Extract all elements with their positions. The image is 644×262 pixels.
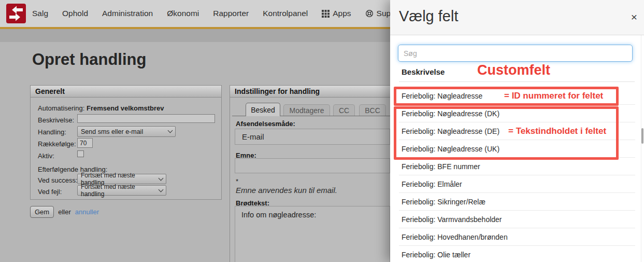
nav-item-label: Apps [333, 9, 351, 18]
or-text: eller [58, 208, 71, 216]
scrollbar-track [641, 35, 641, 262]
on-success-label: Ved success: [38, 176, 78, 184]
apps-grid-icon [322, 10, 330, 18]
support-lifebuoy-icon [365, 9, 374, 18]
list-header-divider [399, 81, 635, 82]
subject-input[interactable] [235, 158, 390, 173]
body-textarea[interactable]: Info om nøgleadresse: [235, 206, 390, 262]
automation-row: Automatisering: Fremsend velkomstbrev [38, 104, 164, 112]
save-button[interactable]: Gem [30, 206, 54, 218]
nav-item-ophold[interactable]: Ophold [62, 9, 88, 18]
tab-modtagere[interactable]: Modtagere [283, 104, 330, 116]
order-label: Rækkefølge: [38, 140, 76, 148]
tab-besked[interactable]: Besked [246, 103, 280, 116]
list-item[interactable]: Feriebolig: Olie tæller [399, 246, 635, 262]
tab-bcc[interactable]: BCC [359, 104, 386, 116]
select-field-drawer: Vælg felt × Beskrivelse Feriebolig: Nøgl… [390, 0, 644, 262]
general-fieldset: Generelt Automatisering: Fremsend velkom… [30, 85, 222, 200]
save-row: Gem eller annuller [30, 206, 99, 218]
chevron-down-icon [159, 187, 164, 192]
on-fail-label: Ved fejl: [38, 188, 62, 196]
nav-menu: Salg Ophold Administration Økonomi Rappo… [32, 0, 405, 27]
action-select-value: Send sms eller e-mail [81, 128, 143, 135]
chevron-down-icon [159, 175, 164, 181]
list-item[interactable]: Feriebolig: Nøgleadresse (DE) [399, 122, 635, 140]
action-select[interactable]: Send sms eller e-mail [77, 126, 176, 137]
list-item[interactable]: Feriebolig: Varmvandsbeholder [399, 211, 635, 228]
list-item[interactable]: Feriebolig: Nøgleadresse [399, 87, 635, 105]
description-input[interactable] [77, 114, 215, 123]
app-root: Salg Ophold Administration Økonomi Rappo… [0, 0, 644, 262]
annotation-customfelt: Customfelt [477, 62, 550, 78]
automation-value: Fremsend velkomstbrev [87, 104, 164, 112]
list-column-header: Beskrivelse [402, 67, 445, 76]
subject-note: Emne anvendes kun til email. [236, 186, 337, 195]
nav-item-okonomi[interactable]: Økonomi [167, 9, 199, 18]
send-method-label: Afsendelsesmåde: [236, 120, 295, 128]
tab-cc[interactable]: CC [333, 104, 355, 116]
nav-item-salg[interactable]: Salg [32, 9, 48, 18]
active-label: Aktiv: [38, 152, 54, 160]
list-item[interactable]: Feriebolig: Hovedhanen/brønden [399, 228, 635, 246]
close-icon[interactable]: × [631, 11, 637, 22]
order-input[interactable] [77, 138, 93, 148]
scrollbar-thumb[interactable] [641, 128, 643, 144]
general-fieldset-legend: Generelt [31, 86, 221, 98]
automation-label: Automatisering: [38, 104, 84, 112]
brand-logo-icon[interactable] [6, 4, 26, 23]
nav-item-apps[interactable]: Apps [322, 9, 351, 18]
action-label: Handling: [38, 128, 66, 136]
list-item[interactable]: Feriebolig: Nøgleadresse (UK) [399, 140, 635, 158]
chevron-down-icon [168, 128, 173, 133]
on-fail-select-value: Fortsæt med næste handling [81, 183, 159, 198]
page-title: Opret handling [32, 50, 146, 69]
on-success-select[interactable]: Fortsæt med næste handling [77, 174, 166, 184]
list-item[interactable]: Feriebolig: BFE nummer [399, 158, 635, 175]
nav-item-kontrolpanel[interactable]: Kontrolpanel [263, 9, 308, 18]
field-search-input[interactable] [398, 45, 633, 62]
description-label: Beskrivelse: [38, 116, 74, 124]
cancel-link[interactable]: annuller [75, 208, 99, 216]
active-checkbox[interactable] [77, 150, 84, 157]
list-item[interactable]: Feriebolig: Nøgleadresse (DK) [399, 105, 635, 122]
drawer-header: Vælg felt × [390, 0, 644, 35]
send-method-value: E-mail [242, 132, 264, 141]
drawer-title: Vælg felt [399, 8, 458, 25]
list-item[interactable]: Feriebolig: Elmåler [399, 175, 635, 193]
field-list: Feriebolig: Nøgleadresse Feriebolig: Nøg… [399, 87, 635, 262]
required-star: * [236, 177, 238, 185]
on-fail-select[interactable]: Fortsæt med næste handling [77, 185, 166, 196]
send-method-select[interactable]: E-mail [235, 129, 390, 145]
list-item[interactable]: Feriebolig: Sikringer/Relæ [399, 193, 635, 211]
nav-item-administration[interactable]: Administration [102, 9, 153, 18]
nav-item-rapporter[interactable]: Rapporter [213, 9, 249, 18]
